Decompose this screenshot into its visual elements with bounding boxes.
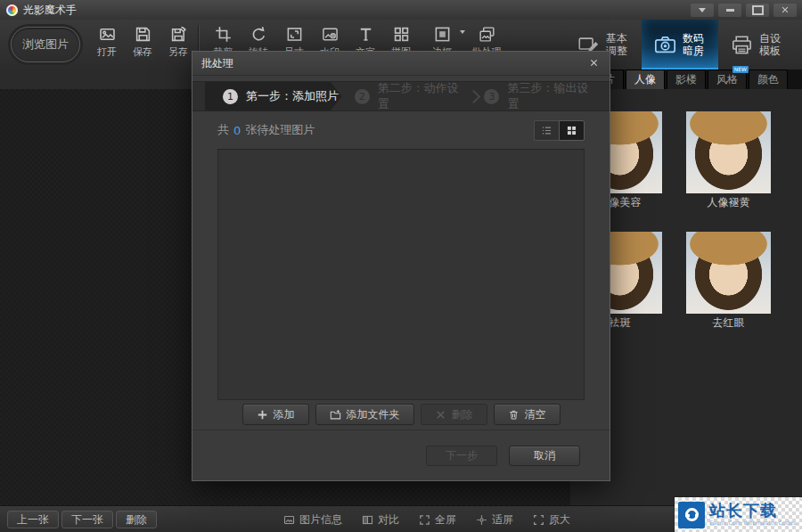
step-number: 1 (223, 89, 238, 104)
original-size-icon (533, 514, 544, 526)
close-button[interactable] (773, 4, 797, 17)
original-size-button[interactable]: 原大 (533, 512, 570, 528)
count-suffix: 张待处理图片 (245, 122, 315, 138)
maximize-icon (752, 5, 764, 15)
watermark-text: 站长下载 Eacox.Com Webmaster Codes (709, 503, 796, 527)
view-toggles (534, 120, 585, 141)
photo-list-area (217, 149, 585, 400)
rotate-icon (250, 26, 267, 43)
step-number: 2 (355, 89, 370, 104)
chevron-down-icon (699, 8, 706, 16)
window-controls (691, 4, 802, 17)
fullscreen-button[interactable]: 全屏 (419, 512, 456, 528)
next-image-button[interactable]: 下一张 (61, 511, 113, 528)
add-button[interactable]: 添加 (242, 404, 309, 425)
minimize-icon (726, 9, 734, 12)
new-badge: NEW (732, 66, 749, 73)
app-window: 光影魔术手 浏览图片 打开 保存 另存 裁剪 旋转 尺寸 水印 文字 拼图 边框… (0, 0, 802, 532)
compare-button[interactable]: 对比 (362, 512, 399, 528)
watermark-title: 站长下载 (709, 503, 796, 519)
fit-screen-button[interactable]: 适屏 (476, 512, 513, 528)
nav-buttons: 上一张 下一张 删除 (7, 511, 157, 528)
batch-icon (479, 26, 495, 43)
maximize-button[interactable] (746, 4, 769, 17)
window-title: 光影魔术手 (23, 3, 77, 18)
fit-screen-icon (476, 514, 487, 526)
view-controls: 图片信息 对比 全屏 适屏 原大 (283, 506, 570, 532)
text-icon (357, 26, 374, 43)
watermark-icon (322, 26, 339, 43)
step-action-settings[interactable]: 2 第二步：动作设置 (355, 82, 468, 110)
tab-color[interactable]: 颜色 (749, 70, 788, 89)
fullscreen-icon (419, 514, 430, 526)
list-view-button[interactable] (534, 120, 559, 141)
thumbnail-image (686, 232, 771, 314)
batch-process-dialog: 批处理 1 第一步：添加照片 2 第二步：动作设置 3 第三步：输出设置 共 0… (192, 51, 610, 481)
tab-custom-template[interactable]: 自设模板 (718, 20, 795, 70)
clear-button[interactable]: 清空 (494, 404, 561, 425)
count-prefix: 共 (217, 122, 229, 138)
thumbnail-image (686, 111, 771, 193)
step-number: 3 (484, 89, 499, 104)
chevron-down-icon (460, 30, 465, 37)
step-label: 第二步：动作设置 (378, 80, 468, 112)
image-info-button[interactable]: 图片信息 (283, 512, 342, 528)
step-output-settings[interactable]: 3 第三步：输出设置 (484, 82, 597, 110)
grid-view-button[interactable] (559, 120, 585, 141)
step-label: 第三步：输出设置 (507, 80, 597, 112)
tool-save[interactable]: 保存 (125, 23, 160, 59)
preset-remove-redeye[interactable] (686, 232, 771, 314)
step-label: 第一步：添加照片 (246, 88, 339, 104)
delete-button[interactable]: 删除 (421, 404, 487, 425)
template-icon (731, 34, 753, 56)
collage-icon (393, 26, 410, 43)
watermark-logo-icon (678, 502, 705, 528)
resize-icon (286, 26, 303, 43)
folder-add-icon (330, 409, 341, 421)
app-logo-icon (6, 4, 18, 16)
thumbnail-caption: 人像褪黄 (686, 195, 771, 210)
chevron-right-icon (467, 89, 481, 103)
dialog-titlebar[interactable]: 批处理 (192, 52, 610, 76)
trash-icon (508, 409, 520, 421)
close-icon (781, 5, 790, 14)
list-action-buttons: 添加 添加文件夹 删除 清空 (217, 404, 585, 425)
image-info-icon (283, 514, 295, 526)
compare-icon (362, 514, 373, 526)
thumbnail-caption: 去红眼 (686, 315, 771, 331)
camera-icon (654, 34, 676, 56)
tool-open[interactable]: 打开 (89, 23, 125, 59)
dialog-title: 批处理 (201, 56, 233, 71)
save-icon (135, 26, 151, 43)
browse-images-button[interactable]: 浏览图片 (11, 27, 80, 62)
delete-image-button[interactable]: 删除 (116, 511, 157, 528)
titlebar: 光影魔术手 (0, 0, 802, 20)
next-step-button[interactable]: 下一步 (426, 446, 497, 466)
minimize-button[interactable] (718, 4, 741, 17)
x-icon (435, 409, 446, 421)
count-value: 0 (233, 124, 241, 137)
preset-portrait-deyellow[interactable] (686, 111, 771, 193)
tab-style[interactable]: 风格NEW (708, 70, 747, 89)
pending-count-row: 共 0 张待处理图片 (217, 111, 585, 149)
close-icon (589, 58, 599, 68)
skin-menu-button[interactable] (691, 4, 714, 17)
tab-digital-darkroom[interactable]: 数码暗房 (642, 20, 718, 70)
site-watermark: 站长下载 Eacox.Com Webmaster Codes (675, 497, 802, 532)
grid-icon (566, 125, 577, 136)
border-icon (434, 26, 451, 43)
save-as-icon (170, 26, 187, 43)
step-add-photos[interactable]: 1 第一步：添加照片 (205, 82, 342, 110)
plus-icon (257, 409, 268, 421)
tool-save-as[interactable]: 另存 (160, 23, 196, 59)
watermark-g-glyph (685, 508, 699, 521)
tab-studio[interactable]: 影楼 (667, 70, 706, 89)
cancel-button[interactable]: 取消 (509, 446, 580, 466)
dialog-close-button[interactable] (582, 54, 605, 71)
list-icon (541, 125, 552, 136)
open-icon (99, 26, 116, 43)
watermark-subtitle: Eacox.Com Webmaster Codes (709, 520, 796, 527)
tab-portrait[interactable]: 人像 (626, 70, 665, 89)
add-folder-button[interactable]: 添加文件夹 (315, 404, 414, 425)
previous-image-button[interactable]: 上一张 (7, 511, 59, 528)
